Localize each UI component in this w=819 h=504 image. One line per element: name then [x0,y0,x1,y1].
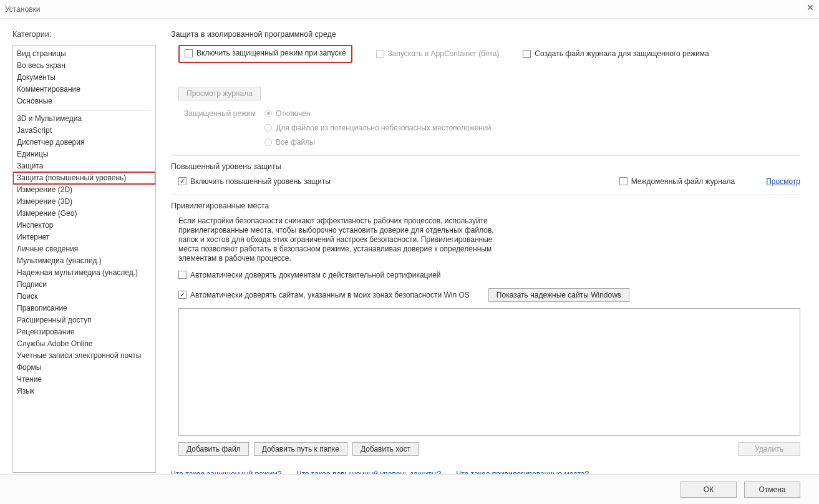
add-file-button[interactable]: Добавить файл [178,442,249,456]
category-item[interactable]: 3D и Мультимедиа [13,113,155,125]
radio-all: Все файлы [264,138,491,147]
category-item[interactable]: Вид страницы [13,48,155,60]
privileged-list[interactable] [178,308,800,436]
category-item[interactable]: Рецензирование [13,326,155,338]
category-item[interactable]: Язык [13,385,155,397]
category-item[interactable]: Измерение (3D) [13,196,155,208]
link-what-privileged[interactable]: Что такое привилегированные места? [456,470,589,475]
category-item[interactable]: Подписи [13,279,155,291]
add-folder-button[interactable]: Добавить путь к папке [254,442,347,456]
appcontainer-checkbox: Запускать в AppContainer (бета) [376,49,500,58]
category-item[interactable]: Измерение (2D) [13,184,155,196]
category-item[interactable]: Диспетчер доверия [13,137,155,148]
view-link[interactable]: Просмотр [766,177,800,186]
section3-title: Привилегированные места [171,201,800,210]
section1-title: Защита в изолированной программной среде [171,30,800,39]
checkbox-icon [523,50,531,58]
category-item[interactable]: Расширенный доступ [13,314,155,326]
checkbox-icon [376,50,384,58]
radio-off: Отключен [264,109,491,118]
checkbox-icon [185,49,193,57]
section2-title: Повышенный уровень защиты [171,162,800,171]
category-item[interactable]: Единицы [13,148,155,160]
category-item[interactable]: Во весь экран [13,60,155,72]
main-panel: Защита в изолированной программной среде… [162,19,819,474]
checkbox-icon [178,271,187,279]
radio-unsafe: Для файлов из потенциально небезопасных … [264,124,491,132]
ok-button[interactable]: ОК [681,482,737,498]
footer: ОК Отмена [0,474,819,504]
close-icon[interactable]: ✕ [807,2,814,12]
checkbox-icon [178,291,187,299]
create-log-checkbox[interactable]: Создать файл журнала для защищенного реж… [523,49,709,58]
cancel-button[interactable]: Отмена [744,482,800,498]
category-item[interactable]: Надежная мультимедиа (унаслед.) [13,267,155,279]
delete-button: Удалить [738,442,800,456]
category-item[interactable]: Личные сведения [13,243,155,255]
category-item[interactable]: Поиск [13,291,155,303]
radio-icon [264,124,272,132]
category-item[interactable]: Измерение (Geo) [13,208,155,220]
category-item[interactable]: Инспектор [13,220,155,231]
sidebar-title: Категории: [12,30,156,39]
category-item[interactable]: Комментирование [13,84,155,95]
category-item[interactable]: Службы Adobe Online [13,338,155,350]
radio-icon [264,138,272,146]
enable-protected-checkbox[interactable]: Включить защищенный режим при запуске [185,49,346,57]
category-item[interactable]: Интернет [13,231,155,243]
category-item[interactable]: Чтение [13,374,155,385]
category-item[interactable]: Документы [13,72,155,84]
radio-icon [264,110,272,117]
titlebar: Установки ✕ [0,0,819,19]
auto-trust-winos-checkbox[interactable]: Автоматически доверять сайтам, указанным… [178,291,470,299]
category-item[interactable]: Правописание [13,303,155,314]
add-host-button[interactable]: Добавить хост [352,442,419,456]
category-item[interactable]: JavaScript [13,125,155,137]
category-item[interactable]: Основные [13,95,155,107]
category-item[interactable]: Учетные записи электронной почты [13,350,155,362]
show-trusted-sites-button[interactable]: Показать надежные сайты Windows [488,288,629,302]
category-separator [17,110,152,110]
sidebar: Категории: Вид страницыВо весь экранДоку… [0,19,162,474]
link-what-enhanced[interactable]: Что такое повышенный уровень защиты? [296,470,441,475]
category-item[interactable]: Мультимедиа (унаслед.) [13,255,155,267]
auto-trust-cert-checkbox[interactable]: Автоматически доверять документам с дейс… [178,271,800,279]
view-log-button: Просмотр журнала [178,87,261,100]
checkbox-icon [619,177,628,185]
category-list[interactable]: Вид страницыВо весь экранДокументыКоммен… [12,45,156,473]
category-item[interactable]: Формы [13,362,155,374]
protected-mode-label: Защищенный режим [171,109,264,118]
checkbox-icon [178,177,187,185]
category-item[interactable]: Защита (повышенный уровень) [13,172,155,184]
category-item[interactable]: Защита [13,160,155,172]
cross-domain-log-checkbox[interactable]: Междоменный файл журнала [619,177,735,186]
window-title: Установки [5,5,40,14]
link-what-protected[interactable]: Что такое защищенный режим? [171,470,281,475]
privileged-description: Если настройки безопасности снижают эффе… [178,216,503,263]
enable-enhanced-checkbox[interactable]: Включить повышенный уровень защиты [178,177,331,186]
highlight-enable-protected: Включить защищенный режим при запуске [178,45,352,63]
